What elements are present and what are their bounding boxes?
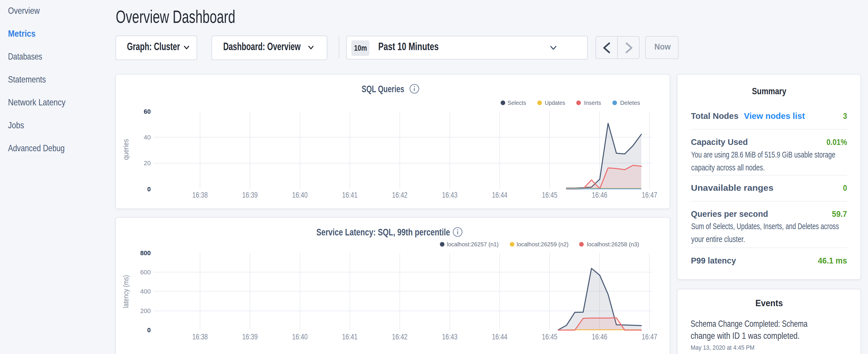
svg-text:16:43: 16:43 (442, 332, 457, 341)
svg-text:16:45: 16:45 (542, 332, 557, 341)
svg-text:16:44: 16:44 (492, 332, 507, 341)
svg-text:16:38: 16:38 (192, 190, 208, 199)
svg-text:16:38: 16:38 (192, 332, 208, 341)
svg-text:200: 200 (140, 307, 151, 315)
svg-text:16:40: 16:40 (292, 332, 308, 341)
svg-text:60: 60 (144, 108, 151, 115)
svg-text:20: 20 (144, 160, 151, 167)
svg-text:16:42: 16:42 (392, 332, 407, 341)
svg-text:16:39: 16:39 (242, 332, 258, 341)
svg-text:40: 40 (144, 134, 151, 141)
svg-text:800: 800 (140, 250, 151, 257)
svg-text:16:42: 16:42 (392, 190, 407, 199)
svg-text:16:39: 16:39 (242, 190, 258, 199)
svg-text:600: 600 (140, 269, 151, 276)
svg-text:0: 0 (147, 326, 151, 334)
svg-text:16:43: 16:43 (442, 190, 457, 199)
svg-text:16:41: 16:41 (342, 332, 358, 341)
svg-text:16:40: 16:40 (292, 190, 308, 199)
svg-text:queries: queries (122, 139, 130, 160)
svg-text:latency (ms): latency (ms) (122, 275, 130, 308)
svg-text:400: 400 (140, 288, 151, 295)
svg-text:0: 0 (147, 186, 151, 193)
svg-text:16:46: 16:46 (592, 332, 607, 341)
svg-text:16:47: 16:47 (642, 332, 657, 341)
svg-text:16:41: 16:41 (342, 190, 358, 199)
